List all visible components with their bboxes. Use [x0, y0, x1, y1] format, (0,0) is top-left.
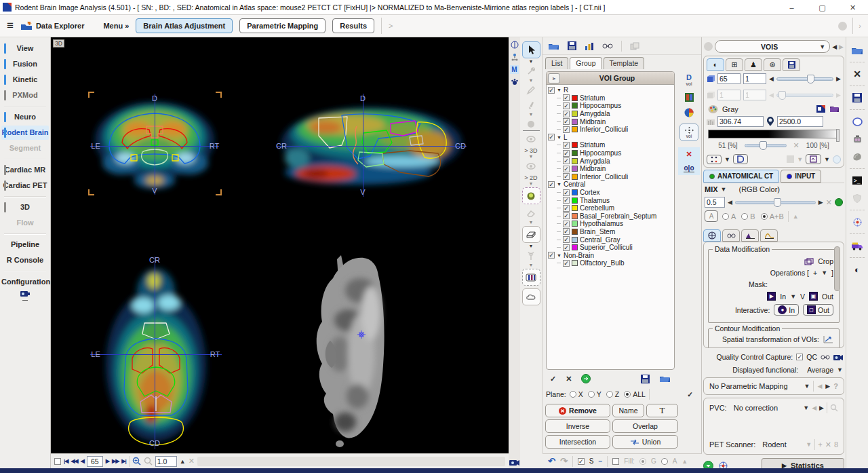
voi-checkbox[interactable]: ✓ — [563, 228, 570, 235]
menu-button[interactable]: Menu » — [103, 22, 129, 30]
plane-option-z[interactable]: Z — [606, 390, 619, 398]
mip-icon[interactable]: M — [510, 65, 519, 74]
tab-anatomical-ct[interactable]: ANATOMICAL CT — [703, 170, 779, 183]
pie-atlas-icon[interactable] — [684, 108, 694, 117]
scanner-value[interactable]: Rodent — [762, 440, 803, 449]
sidebar-item-configuration[interactable]: Configuration — [1, 275, 49, 289]
show-voi-checkbox[interactable]: ✓ — [578, 458, 585, 465]
sidebar-item-pipeline[interactable]: Pipeline — [1, 238, 49, 252]
data-explorer-button[interactable]: Data Explorer — [20, 22, 85, 31]
voi-checkbox[interactable]: ✓ — [563, 212, 570, 219]
sagittal-view[interactable] — [277, 94, 467, 197]
voi-checkbox[interactable]: ✓ — [563, 94, 570, 101]
voi-item-row[interactable]: ✓Hippocampus — [548, 102, 674, 110]
pvc-caret[interactable]: ▼ — [803, 404, 809, 411]
console-icon[interactable]: >_ — [852, 172, 862, 189]
group-checkbox[interactable]: ✓ — [548, 87, 555, 94]
confirm-circle-icon[interactable] — [581, 374, 591, 383]
voi-item-row[interactable]: ✓Amygdala — [548, 157, 674, 165]
voi-item-row[interactable]: ✓Cerebellum — [548, 204, 674, 212]
plane-option-all[interactable]: ALL — [624, 390, 646, 398]
operations-plus[interactable]: + — [813, 269, 817, 277]
first-slice-button[interactable]: |◀ — [64, 458, 68, 464]
voi-item-row[interactable]: ✓Thalamus — [548, 196, 674, 204]
pvc-value[interactable]: No correction — [734, 404, 801, 412]
mix-right-arrow[interactable]: ▶ — [818, 199, 823, 206]
tab-group[interactable]: Group — [570, 57, 601, 69]
voi-item-row[interactable]: ✓Amygdala — [548, 110, 674, 118]
group-checkbox[interactable]: ✓ — [548, 252, 555, 259]
tab-contrast[interactable]: ◐ — [707, 58, 724, 71]
eraser-3d-tool-button[interactable] — [522, 226, 540, 243]
lut-gradient-bar[interactable] — [708, 130, 840, 138]
tab-save-display[interactable] — [783, 58, 800, 71]
slice-slider[interactable] — [776, 77, 833, 81]
zoom-in-icon[interactable] — [132, 457, 141, 466]
mask-caret[interactable]: ▼ — [790, 293, 796, 300]
label-image-icon[interactable] — [685, 93, 694, 102]
viewer-sync-checkbox[interactable] — [54, 458, 61, 465]
hamburger-menu-icon[interactable]: ≡ — [7, 20, 14, 31]
voi-checkbox[interactable]: ✓ — [563, 173, 570, 180]
tab-parametric-mapping[interactable]: Parametric Mapping — [239, 18, 326, 33]
voi-item-row[interactable]: ✓Olfactory_Bulb — [548, 259, 674, 267]
tool-more-caret[interactable]: ▼ — [529, 244, 534, 248]
surface-shell-icon[interactable] — [852, 148, 862, 166]
fast-prev-button[interactable]: ◀◀ — [71, 458, 77, 464]
interactive-out-button[interactable]: ◻ Out — [803, 304, 833, 316]
sidebar-item-neuro[interactable]: Neuro — [1, 110, 49, 124]
stripes-tool-button[interactable] — [522, 269, 540, 286]
last-slice-button[interactable]: ▶| — [121, 458, 125, 464]
prev-preset-arrow[interactable]: ◀ — [832, 43, 837, 50]
voi-item-row[interactable]: ✓Basal_Forebrain_Septum — [548, 212, 674, 221]
voi-checkbox[interactable]: ✓ — [563, 126, 570, 133]
parametric-mapping-value[interactable]: No Parametric Mapping — [709, 382, 801, 390]
voi-group-row[interactable]: ✓▼L — [548, 134, 674, 142]
sidebar-item-kinetic[interactable]: Kinetic — [1, 73, 49, 87]
load-folder-icon[interactable] — [851, 41, 863, 59]
tab-histogram[interactable] — [741, 229, 759, 242]
sagittal-crosshair-v[interactable] — [363, 94, 363, 197]
accept-icon[interactable]: ✓ — [550, 375, 556, 383]
movie-robot-icon[interactable] — [852, 130, 863, 148]
tab-wheel[interactable]: ⊛ — [764, 58, 781, 71]
voi-checkbox[interactable]: ✓ — [563, 197, 570, 204]
parametric-caret[interactable]: ▼ — [804, 383, 810, 390]
colormap-value[interactable]: Gray — [722, 105, 738, 113]
load-list-folder-icon[interactable] — [659, 375, 671, 383]
3d-lut-button[interactable] — [733, 154, 748, 164]
qc-checkbox[interactable]: ✓ — [796, 354, 803, 360]
tab-curve[interactable] — [760, 229, 778, 242]
voi-item-row[interactable]: ✓Midbrain — [548, 165, 674, 173]
annotations-button[interactable] — [806, 154, 821, 164]
ab-fusion-button[interactable]: A — [705, 210, 718, 222]
tab-layout-grid[interactable]: ⊞ — [726, 58, 743, 71]
delete-voi-icon[interactable]: ✕ — [686, 150, 692, 159]
union-button[interactable]: Union — [612, 435, 678, 449]
shrink-icon[interactable]: − — [598, 457, 602, 465]
iso-contour-tool-button[interactable] — [522, 187, 540, 204]
tool-more-caret[interactable]: ▼ — [529, 60, 534, 64]
sidebar-item-view[interactable]: View — [1, 41, 49, 56]
layout-caret[interactable]: ▼ — [724, 156, 730, 163]
freehand-tool-button[interactable] — [522, 288, 540, 305]
sidebar-item-fusion[interactable]: Fusion — [1, 57, 49, 71]
crop-icon[interactable] — [804, 258, 814, 265]
voi-checkbox[interactable]: ✓ — [563, 102, 570, 109]
save-image-icon[interactable] — [852, 89, 862, 107]
group-checkbox[interactable]: ✓ — [548, 134, 555, 140]
sidebar-item-r-console[interactable]: R Console — [1, 253, 49, 267]
mix-value-input[interactable] — [705, 197, 725, 208]
sidebar-item-pxmod[interactable]: PXMod — [1, 88, 49, 102]
mix-left-arrow[interactable]: ◀ — [728, 199, 732, 206]
sagittal-crosshair-h[interactable] — [277, 146, 467, 147]
remove-button[interactable]: Remove — [545, 404, 610, 417]
plane-option-x[interactable]: X — [570, 390, 583, 398]
operations-caret[interactable]: ▼ — [821, 269, 827, 276]
tab-pin[interactable]: ♟ — [745, 58, 762, 71]
collapse-caret-icon[interactable]: ▼ — [557, 135, 561, 140]
statistics-chart-icon[interactable] — [585, 42, 594, 50]
spatial-transform-icon[interactable] — [823, 335, 833, 343]
maximize-button[interactable]: ▢ — [807, 0, 837, 15]
voi-group-menu-button[interactable]: ⫸ — [548, 73, 560, 83]
